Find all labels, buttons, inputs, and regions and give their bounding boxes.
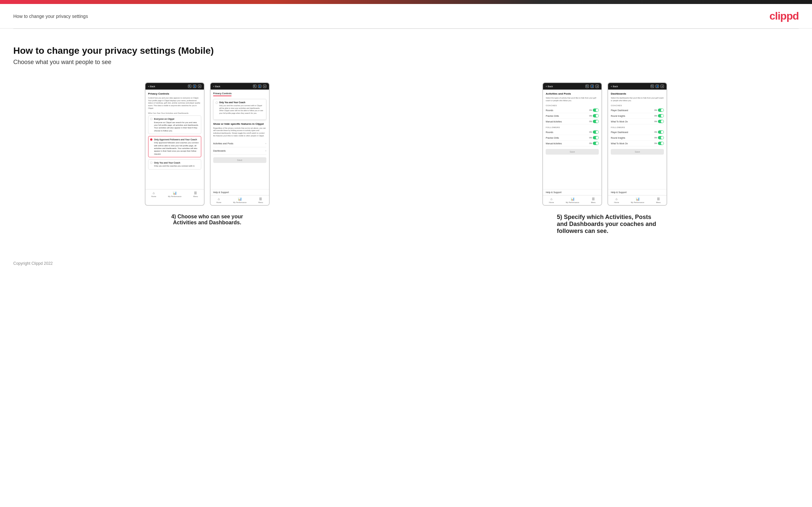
round-insights-coach-toggle[interactable]	[658, 114, 664, 117]
option-everyone[interactable]: Everyone on Clippd Everyone on Clippd ca…	[148, 115, 201, 134]
menu-icon-2: ☰	[259, 197, 262, 201]
drills-coach-label: Practice Drills	[546, 115, 559, 117]
screenshot-group-right: < Back 🔍 👤 ⚙ Activities and Posts Select…	[411, 82, 799, 235]
header-title: How to change your privacy settings	[13, 14, 88, 19]
page-subtitle: Choose what you want people to see	[13, 59, 799, 66]
rounds-coach-label: Rounds	[546, 109, 553, 111]
mobile-screen-1: < Back 🔍 👤 ⚙ Privacy Controls Control ho…	[145, 82, 205, 206]
activities-posts-link[interactable]: Activities and Posts ›	[213, 140, 266, 147]
nav-menu-1[interactable]: ☰ Menu	[193, 191, 198, 198]
nav-home-1[interactable]: ⌂ Home	[151, 191, 156, 198]
nav-performance-3[interactable]: 📊 My Performance	[566, 197, 579, 204]
save-btn-4[interactable]: Save	[611, 149, 664, 155]
back-btn-3[interactable]: < Back	[546, 85, 553, 88]
settings-icon-2[interactable]: ⚙	[263, 84, 266, 88]
toggle-manual-follower[interactable]: Manual Activities ON	[546, 141, 599, 146]
save-btn-2[interactable]: Save	[213, 157, 266, 163]
nav-home-2[interactable]: ⌂ Home	[216, 197, 221, 204]
save-btn-3[interactable]: Save	[546, 149, 599, 155]
toggle-rounds-follower[interactable]: Rounds ON	[546, 129, 599, 135]
player-dash-follower-toggle[interactable]	[658, 130, 664, 134]
nav-performance-4[interactable]: 📊 My Performance	[631, 197, 644, 204]
nav-performance-1[interactable]: 📊 My Performance	[168, 191, 181, 198]
popup-box: Only You and Your Coach Only you and the…	[213, 99, 266, 120]
player-dash-coach-toggle[interactable]	[658, 109, 664, 112]
profile-icon[interactable]: 👤	[193, 84, 196, 88]
dashboards-link[interactable]: Dashboards ›	[213, 147, 266, 155]
toggle-drills-follower[interactable]: Practice Drills ON	[546, 135, 599, 141]
settings-icon-3[interactable]: ⚙	[596, 84, 599, 88]
player-dash-follower-state: ON	[654, 131, 657, 133]
logo: clippd	[769, 10, 799, 22]
nav-home-3[interactable]: ⌂ Home	[549, 197, 554, 204]
search-icon-4[interactable]: 🔍	[651, 84, 654, 88]
search-icon-2[interactable]: 🔍	[253, 84, 256, 88]
search-icon-3[interactable]: 🔍	[586, 84, 589, 88]
menu-icon-1: ☰	[194, 191, 197, 195]
settings-icon[interactable]: ⚙	[198, 84, 201, 88]
toggle-manual-coach[interactable]: Manual Activities ON	[546, 119, 599, 124]
main-content: How to change your privacy settings (Mob…	[0, 29, 812, 255]
nav-menu-4[interactable]: ☰ Menu	[656, 197, 661, 204]
toggle-player-dash-follower[interactable]: Player Dashboard ON	[611, 129, 664, 135]
back-btn-2[interactable]: < Back	[213, 85, 220, 88]
nav-icons-3: 🔍 👤 ⚙	[586, 84, 599, 88]
manual-follower-toggle[interactable]	[593, 142, 599, 145]
screen1-content: Privacy Controls Control how you and you…	[146, 90, 204, 189]
drills-coach-toggle[interactable]	[593, 114, 599, 117]
back-btn-4[interactable]: < Back	[611, 85, 618, 88]
home-icon-1: ⌂	[153, 191, 155, 195]
caption-5-line1: 5) Specify which Activities, Posts	[557, 214, 651, 220]
back-btn-1[interactable]: < Back	[148, 85, 155, 88]
profile-icon-3[interactable]: 👤	[591, 84, 594, 88]
toggle-player-dash-coach[interactable]: Player Dashboard ON	[611, 108, 664, 113]
coaches-label-3: COACHES	[546, 105, 599, 107]
toggle-round-insights-follower[interactable]: Round Insights ON	[611, 135, 664, 141]
profile-icon-4[interactable]: 👤	[656, 84, 659, 88]
nav-home-4[interactable]: ⌂ Home	[614, 197, 619, 204]
top-gradient-bar	[0, 0, 812, 4]
screen4-content: Dashboards Select the dashboards that yo…	[608, 90, 666, 189]
nav-bar-1: < Back 🔍 👤 ⚙	[146, 83, 204, 90]
what-to-work-coach-toggle[interactable]	[658, 120, 664, 123]
performance-icon-3: 📊	[570, 197, 574, 201]
rounds-follower-toggle[interactable]	[593, 130, 599, 134]
help-support-3: Help & Support	[543, 189, 601, 195]
option-only-you[interactable]: Only You and Your Coach Only you and the…	[148, 159, 201, 169]
performance-icon-2: 📊	[238, 197, 242, 201]
drills-follower-toggle[interactable]	[593, 136, 599, 139]
nav-performance-2[interactable]: 📊 My Performance	[233, 197, 246, 204]
toggle-what-to-work-coach[interactable]: What To Work On ON	[611, 119, 664, 124]
toggle-what-to-work-follower[interactable]: What To Work On ON	[611, 141, 664, 146]
popup-text: Only you and the coaches you connect wit…	[219, 105, 264, 115]
bottom-nav-2: ⌂ Home 📊 My Performance ☰ Menu	[211, 195, 269, 205]
search-icon[interactable]: 🔍	[188, 84, 191, 88]
nav-icons-1: 🔍 👤 ⚙	[188, 84, 201, 88]
nav-performance-label-2: My Performance	[233, 202, 246, 204]
nav-bar-2: < Back 🔍 👤 ⚙	[211, 83, 269, 90]
nav-menu-3[interactable]: ☰ Menu	[591, 197, 596, 204]
toggle-drills-coach[interactable]: Practice Drills ON	[546, 113, 599, 119]
what-to-work-follower-toggle[interactable]	[658, 142, 664, 145]
manual-coach-toggle[interactable]	[593, 120, 599, 123]
nav-icons-2: 🔍 👤 ⚙	[253, 84, 266, 88]
followers-label-3: FOLLOWERS	[546, 126, 599, 128]
drills-follower-state: ON	[589, 137, 592, 139]
performance-icon-1: 📊	[173, 191, 177, 195]
option-only-you-text: Only You and Your Coach Only you and the…	[154, 161, 195, 167]
rounds-coach-toggle[interactable]	[593, 109, 599, 112]
settings-icon-4[interactable]: ⚙	[661, 84, 664, 88]
round-insights-follower-state: ON	[654, 137, 657, 139]
round-insights-follower-toggle[interactable]	[658, 136, 664, 139]
what-to-work-follower-state: ON	[654, 143, 657, 144]
bottom-nav-1: ⌂ Home 📊 My Performance ☰ Menu	[146, 189, 204, 199]
toggle-round-insights-coach[interactable]: Round Insights ON	[611, 113, 664, 119]
player-dash-coach-state: ON	[654, 109, 657, 111]
toggle-rounds-coach[interactable]: Rounds ON	[546, 108, 599, 113]
privacy-tab[interactable]: Privacy Controls	[213, 92, 232, 96]
profile-icon-2[interactable]: 👤	[258, 84, 261, 88]
what-to-work-follower-label: What To Work On	[611, 143, 628, 145]
option-approved[interactable]: Only Approved Followers and Your Coach O…	[148, 136, 201, 157]
nav-menu-2[interactable]: ☰ Menu	[258, 197, 263, 204]
performance-icon-4: 📊	[636, 197, 640, 201]
